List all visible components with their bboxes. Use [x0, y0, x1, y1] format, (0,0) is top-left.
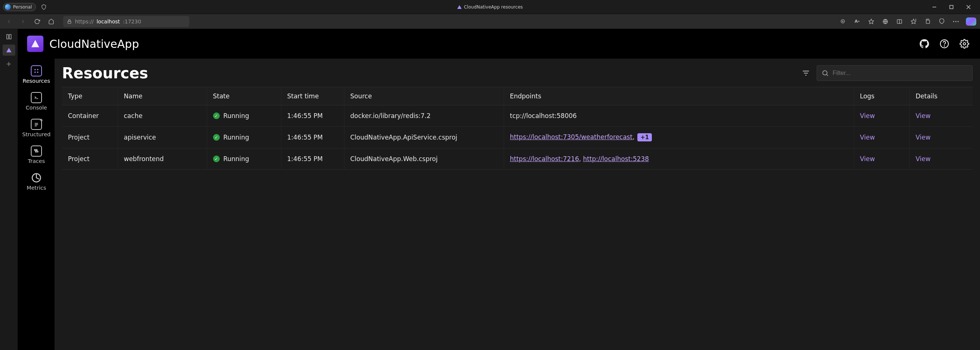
endpoint-more-badge[interactable]: +1 — [637, 133, 652, 142]
cell-name: webfrontend — [118, 148, 207, 170]
extensions-icon[interactable] — [879, 16, 892, 27]
tab-actions-icon[interactable] — [3, 31, 15, 42]
home-button[interactable] — [46, 16, 56, 27]
cell-type: Project — [62, 127, 118, 148]
address-bar[interactable]: https://localhost:17230 — [63, 16, 189, 27]
app-logo-icon — [27, 36, 43, 52]
structured-icon: + — [31, 119, 42, 130]
cell-source: CloudNativeApp.ApiService.csproj — [344, 127, 504, 148]
collections-icon[interactable] — [921, 16, 934, 27]
back-button[interactable] — [4, 16, 14, 27]
col-name[interactable]: Name — [118, 87, 207, 105]
col-type[interactable]: Type — [62, 87, 118, 105]
sidenav-label: Traces — [28, 158, 45, 164]
endpoint-link[interactable]: http://localhost:5238 — [583, 155, 649, 162]
col-start-time[interactable]: Start time — [281, 87, 344, 105]
more-icon[interactable] — [950, 16, 962, 27]
filter-button[interactable] — [800, 67, 812, 80]
sidenav-metrics[interactable]: Metrics — [20, 169, 53, 195]
col-logs[interactable]: Logs — [854, 87, 910, 105]
status-running-icon: ✓ — [213, 156, 220, 162]
col-state[interactable]: State — [207, 87, 281, 105]
sidenav-console[interactable]: Console — [20, 88, 53, 115]
svg-point-17 — [956, 21, 957, 22]
traces-icon — [31, 145, 42, 157]
view-details-link[interactable]: View — [916, 134, 931, 141]
cell-start-time: 1:46:55 PM — [281, 127, 344, 148]
view-logs-link[interactable]: View — [860, 112, 875, 119]
favorite-icon[interactable] — [865, 16, 878, 27]
cell-name: apiservice — [118, 127, 207, 148]
refresh-button[interactable] — [32, 16, 42, 27]
sidenav-label: Metrics — [27, 185, 46, 191]
view-details-link[interactable]: View — [916, 112, 931, 119]
svg-rect-15 — [926, 20, 929, 23]
cell-source: CloudNativeApp.Web.csproj — [344, 148, 504, 170]
endpoint-text: tcp://localhost:58006 — [510, 112, 577, 119]
new-tab-button[interactable]: + — [3, 58, 15, 69]
help-button[interactable] — [938, 37, 951, 51]
console-icon — [31, 92, 42, 103]
workspaces-icon[interactable] — [40, 4, 47, 10]
svg-point-26 — [37, 69, 38, 70]
svg-rect-20 — [9, 35, 11, 39]
url-scheme: https:// — [75, 19, 94, 24]
view-logs-link[interactable]: View — [860, 155, 875, 162]
zoom-icon[interactable] — [837, 16, 850, 27]
split-screen-icon[interactable] — [893, 16, 906, 27]
view-logs-link[interactable]: View — [860, 134, 875, 141]
svg-point-23 — [944, 46, 944, 46]
status-running-icon: ✓ — [213, 134, 220, 141]
sidenav-resources[interactable]: Resources — [20, 62, 53, 88]
cell-logs: View — [854, 148, 910, 170]
col-endpoints[interactable]: Endpoints — [504, 87, 854, 105]
maximize-button[interactable] — [943, 0, 960, 14]
sidenav-label: Console — [25, 105, 47, 111]
page-title: Resources — [62, 65, 148, 82]
filter-input[interactable] — [833, 70, 968, 76]
endpoint-link[interactable]: https://localhost:7305/weatherforecast — [510, 133, 633, 141]
minimize-button[interactable] — [926, 0, 943, 14]
view-details-link[interactable]: View — [916, 155, 931, 162]
current-tab-icon[interactable] — [3, 45, 15, 56]
svg-point-25 — [35, 69, 36, 70]
browser-essentials-icon[interactable] — [935, 16, 948, 27]
settings-button[interactable] — [958, 37, 971, 51]
resources-table: Type Name State Start time Source Endpoi… — [62, 87, 972, 170]
profile-label: Personal — [13, 5, 32, 10]
close-button[interactable] — [960, 0, 977, 14]
app-name: CloudNativeApp — [49, 38, 139, 51]
svg-marker-21 — [32, 40, 39, 48]
cell-state: ✓Running — [207, 105, 281, 127]
cell-state: ✓Running — [207, 148, 281, 170]
window-titlebar: Personal CloudNativeApp resources — [0, 0, 980, 14]
app-favicon-icon — [457, 5, 462, 9]
sidenav-structured[interactable]: + Structured — [20, 115, 53, 142]
col-details[interactable]: Details — [910, 87, 972, 105]
cell-type: Project — [62, 148, 118, 170]
endpoint-link[interactable]: https://localhost:7216 — [510, 155, 579, 162]
read-aloud-icon[interactable]: A» — [851, 16, 864, 27]
lock-icon — [67, 19, 72, 24]
cell-logs: View — [854, 127, 910, 148]
copilot-button[interactable] — [966, 18, 976, 25]
svg-rect-19 — [7, 35, 8, 39]
profile-badge[interactable]: Personal — [3, 3, 36, 11]
cell-state: ✓Running — [207, 127, 281, 148]
resources-icon — [31, 65, 42, 76]
browser-toolbar: https://localhost:17230 A» — [0, 14, 980, 29]
sidenav-traces[interactable]: Traces — [20, 142, 53, 169]
favorites-bar-icon[interactable] — [907, 16, 920, 27]
forward-button[interactable] — [18, 16, 28, 27]
vertical-tab-rail: + — [0, 29, 18, 350]
github-link[interactable] — [918, 37, 931, 51]
cell-source: docker.io/library/redis:7.2 — [344, 105, 504, 127]
filter-input-container[interactable] — [817, 65, 972, 81]
col-source[interactable]: Source — [344, 87, 504, 105]
svg-point-27 — [35, 72, 36, 73]
avatar — [5, 4, 11, 10]
cell-name: cache — [118, 105, 207, 127]
cell-type: Container — [62, 105, 118, 127]
svg-rect-4 — [68, 21, 71, 23]
svg-marker-8 — [869, 19, 873, 24]
